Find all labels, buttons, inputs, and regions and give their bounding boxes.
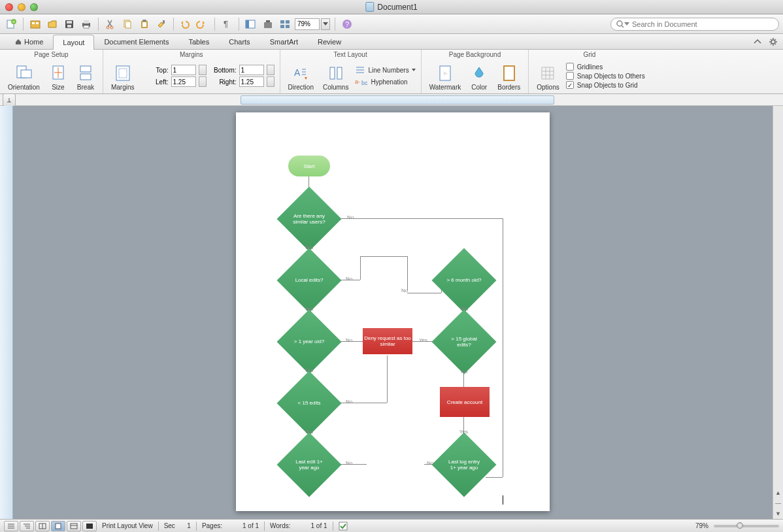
svg-rect-51 — [71, 524, 77, 529]
spellcheck-icon[interactable] — [339, 522, 349, 531]
redo-button[interactable] — [195, 17, 210, 31]
svg-rect-48 — [504, 66, 514, 80]
svg-rect-3 — [31, 21, 40, 28]
words-value: 1 of 1 — [296, 522, 327, 529]
tab-smartart[interactable]: SmartArt — [260, 34, 308, 49]
home-icon — [15, 39, 22, 45]
svg-rect-17 — [142, 22, 146, 27]
orientation-button[interactable]: Orientation — [5, 59, 42, 92]
grid-options-button[interactable]: Options — [534, 59, 561, 92]
save-button[interactable] — [62, 17, 76, 31]
tab-review[interactable]: Review — [308, 34, 351, 49]
borders-button[interactable]: Borders — [495, 59, 523, 92]
tab-charts[interactable]: Charts — [219, 34, 259, 49]
minimize-window-button[interactable] — [18, 3, 25, 11]
collapse-ribbon-icon[interactable] — [753, 39, 762, 45]
print-layout-view-button[interactable] — [51, 521, 65, 531]
tab-layout[interactable]: Layout — [53, 35, 94, 50]
tab-stop-button[interactable] — [3, 93, 16, 107]
line-numbers-button[interactable]: Line Numbers — [355, 65, 415, 75]
ruler-strip[interactable] — [241, 95, 554, 105]
svg-rect-53 — [339, 522, 347, 530]
tab-document-elements[interactable]: Document Elements — [94, 34, 178, 49]
notebook-view-button[interactable] — [67, 521, 81, 531]
right-margin-input[interactable] — [239, 76, 264, 87]
paste-button[interactable] — [137, 17, 152, 31]
gallery-button[interactable] — [278, 17, 292, 31]
zoom-slider[interactable] — [714, 525, 779, 527]
flowchart-lt15: < 15 edits — [286, 380, 332, 426]
break-button[interactable]: Break — [74, 59, 97, 92]
close-window-button[interactable] — [5, 3, 13, 11]
window-controls — [5, 3, 38, 11]
flowchart-create: Create account — [440, 387, 490, 417]
outline-view-button[interactable] — [20, 521, 34, 531]
zoom-dropdown[interactable] — [321, 18, 330, 30]
draft-view-button[interactable] — [4, 521, 18, 531]
snap-grid-checkbox[interactable]: Snap Objects to Grid — [566, 80, 645, 90]
svg-rect-42 — [330, 67, 335, 79]
search-field[interactable] — [610, 18, 779, 31]
publishing-view-button[interactable] — [35, 521, 50, 531]
tab-tables[interactable]: Tables — [178, 34, 219, 49]
open-button[interactable] — [45, 17, 59, 31]
spinner[interactable] — [199, 76, 207, 87]
vertical-scrollbar[interactable]: ▲ — ▼ — [773, 106, 783, 519]
sidebar-button[interactable] — [244, 17, 258, 31]
svg-rect-28 — [286, 25, 290, 28]
spinner[interactable] — [267, 76, 275, 87]
hyphenation-button[interactable]: a-bcHyphenation — [355, 77, 415, 86]
search-input[interactable] — [632, 20, 773, 28]
snap-others-checkbox[interactable]: Snap Objects to Others — [566, 71, 645, 80]
spinner[interactable] — [199, 65, 207, 75]
group-page-bg-title: Page Background — [427, 51, 524, 58]
scroll-up-icon[interactable]: ▲ — [773, 488, 783, 498]
sec-value: 1 — [180, 522, 191, 529]
zoom-input[interactable] — [295, 18, 320, 30]
fullscreen-view-button[interactable] — [82, 521, 97, 531]
columns-button[interactable]: Columns — [320, 59, 351, 92]
document-title-text: Document1 — [377, 3, 417, 12]
svg-rect-18 — [142, 20, 146, 22]
vertical-ruler[interactable] — [0, 106, 13, 519]
svg-text:¶: ¶ — [224, 19, 228, 29]
color-button[interactable]: Color — [467, 59, 491, 92]
undo-button[interactable] — [178, 17, 193, 31]
svg-rect-23 — [264, 22, 272, 28]
text-cursor — [503, 495, 503, 505]
page: Start Are there any similar users? Local… — [236, 112, 550, 511]
left-margin-input[interactable] — [171, 76, 196, 87]
gridlines-checkbox[interactable]: Gridlines — [566, 62, 645, 71]
bottom-margin-label: Bottom: — [209, 67, 237, 74]
top-margin-input[interactable] — [171, 65, 196, 75]
search-icon — [616, 20, 624, 28]
new-button[interactable]: + — [4, 17, 18, 31]
svg-rect-35 — [21, 70, 31, 78]
scroll-down-icon[interactable]: ▼ — [773, 508, 783, 519]
canvas[interactable]: Start Are there any similar users? Local… — [13, 106, 773, 519]
help-button[interactable]: ? — [340, 17, 354, 31]
horizontal-ruler — [0, 94, 783, 106]
zoom-control[interactable] — [295, 18, 330, 30]
words-label: Words: — [270, 522, 291, 529]
tab-home[interactable]: Home — [5, 34, 53, 49]
svg-rect-27 — [280, 25, 284, 28]
scroll-line-icon[interactable]: — — [773, 498, 783, 508]
toolbox-button[interactable] — [261, 17, 275, 31]
flowchart-local-edits: Local edits? — [286, 258, 332, 303]
print-button[interactable] — [79, 17, 93, 31]
flowchart-similar-users: Are there any similar users? — [286, 196, 332, 242]
copy-button[interactable] — [120, 17, 135, 31]
size-button[interactable]: Size — [46, 59, 70, 92]
margins-button[interactable]: Margins — [108, 59, 137, 92]
bottom-margin-input[interactable] — [239, 65, 264, 75]
show-formatting-button[interactable]: ¶ — [220, 17, 234, 31]
spinner[interactable] — [267, 65, 275, 75]
gear-icon[interactable] — [769, 37, 778, 46]
template-button[interactable] — [28, 17, 42, 31]
cut-button[interactable] — [103, 17, 118, 31]
watermark-button[interactable]: AWatermark — [427, 59, 464, 92]
format-painter-button[interactable] — [154, 17, 169, 31]
zoom-window-button[interactable] — [30, 3, 38, 11]
direction-button[interactable]: ADirection — [286, 59, 316, 92]
